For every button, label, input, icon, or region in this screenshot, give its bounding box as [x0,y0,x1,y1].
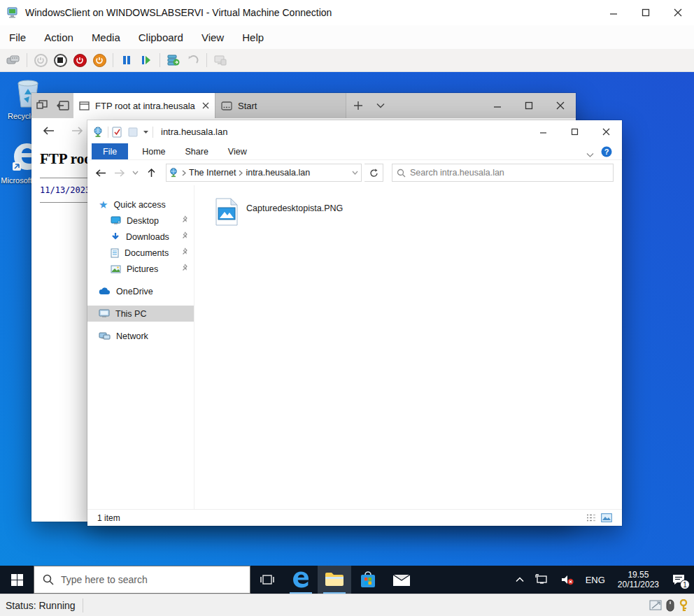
task-view-button[interactable] [250,566,284,594]
start-button[interactable] [0,566,34,594]
menu-help[interactable]: Help [233,25,273,49]
system-tray: ENG 19.5520/11/2023 1 [511,566,694,594]
turn-off-vm-icon[interactable] [51,51,69,69]
edge-close-button[interactable] [544,93,576,118]
back-icon[interactable] [43,126,55,136]
sidebar-item-onedrive[interactable]: OneDrive [87,283,194,299]
ribbon-tab-view[interactable]: View [218,143,257,159]
explorer-search-input[interactable] [410,168,609,178]
edge-maximize-button[interactable] [513,93,544,118]
fit-screen-icon [649,600,662,611]
ribbon-tab-share[interactable]: Share [176,143,218,159]
ftp-site-icon [169,168,179,178]
menu-action[interactable]: Action [35,25,83,49]
revert-icon[interactable] [184,51,202,69]
action-center-button[interactable]: 1 [667,566,690,594]
menu-clipboard[interactable]: Clipboard [129,25,192,49]
spacer [87,299,194,306]
item-count: 1 item [97,513,120,523]
start-vm-icon[interactable] [31,51,50,69]
address-breadcrumb[interactable]: The Internet intra.heusala.lan [166,164,362,182]
vm-maximize-button[interactable] [630,0,662,25]
toolbar-separator [113,53,113,67]
edge-tab-start[interactable]: Start [215,93,346,118]
properties-icon[interactable] [112,127,122,138]
pause-vm-icon[interactable] [118,51,136,69]
taskbar-edge-button[interactable] [284,566,318,594]
sidebar-item-network[interactable]: Network [87,328,194,344]
edge-tab-ftp-root[interactable]: FTP root at intra.heusala [73,93,215,118]
ctrl-alt-delete-icon[interactable] [4,51,22,69]
explorer-file-list: Capturedesktopista.PNG [194,185,622,509]
tab-close-icon[interactable] [202,102,209,109]
sidebar-item-this-pc[interactable]: This PC [87,306,194,322]
thumbnails-view-icon[interactable] [601,513,612,522]
ribbon-tab-file[interactable]: File [92,143,128,159]
store-icon [360,571,376,589]
forward-icon[interactable] [111,164,127,181]
toolbar-separator [206,53,207,67]
explorer-caption-buttons [527,120,622,143]
vm-status-icons [649,599,688,612]
refresh-icon[interactable] [364,164,383,182]
taskbar-explorer-button[interactable] [318,566,351,594]
sidebar-item-label: This PC [115,309,146,319]
back-icon[interactable] [93,164,108,181]
menu-file[interactable]: File [0,25,35,49]
tabs-set-aside-icon[interactable] [31,93,52,118]
edge-minimize-button[interactable] [481,93,513,118]
file-name: Capturedesktopista.PNG [246,203,343,213]
explorer-search-box[interactable] [392,164,614,182]
explorer-sidebar: ★ Quick access Desktop Downloads [87,185,194,509]
sidebar-item-desktop[interactable]: Desktop [87,213,194,229]
desktop-icon [111,216,121,225]
page-favicon-icon [79,101,90,110]
taskbar-mail-button[interactable] [385,566,418,594]
new-tab-icon[interactable] [346,93,370,118]
save-vm-icon[interactable] [90,51,108,69]
explorer-close-button[interactable] [590,120,622,143]
taskbar-search-input[interactable] [61,574,241,585]
menu-view[interactable]: View [192,25,233,49]
taskbar-search[interactable] [34,566,250,594]
qat-customize-chevron-icon[interactable] [143,130,149,134]
new-folder-icon[interactable] [128,127,138,138]
breadcrumb-current[interactable]: intra.heusala.lan [246,168,310,178]
spacer [87,277,194,283]
forward-icon[interactable] [71,126,83,136]
up-icon[interactable] [143,164,159,181]
sidebar-item-documents[interactable]: Documents [87,245,194,261]
tabs-previews-icon[interactable] [52,93,73,118]
recent-locations-chevron-icon[interactable] [129,164,141,181]
help-icon[interactable]: ? [601,146,612,160]
network-icon[interactable] [531,566,553,594]
vm-close-button[interactable] [662,0,694,25]
shut-down-vm-icon[interactable] [71,51,89,69]
language-indicator[interactable]: ENG [581,566,609,594]
details-view-icon[interactable] [586,513,597,522]
explorer-minimize-button[interactable] [527,120,559,143]
enhanced-session-icon[interactable] [211,51,229,69]
resume-vm-icon[interactable] [137,51,155,69]
checkpoint-icon[interactable] [164,51,183,69]
vm-minimize-button[interactable] [597,0,630,25]
sidebar-item-pictures[interactable]: Pictures [87,261,194,277]
ribbon-expand-chevron-icon[interactable] [586,148,594,161]
show-hidden-icons-chevron-icon[interactable] [511,566,528,594]
sidebar-item-quick-access[interactable]: ★ Quick access [87,196,194,213]
explorer-maximize-button[interactable] [559,120,590,143]
tab-list-chevron-icon[interactable] [370,93,391,118]
address-dropdown-chevron-icon[interactable] [352,171,358,175]
menu-media[interactable]: Media [83,25,129,49]
vm-titlebar: WindowsClient on WINDOWSLABSERVI - Virtu… [0,0,694,25]
clock[interactable]: 19.5520/11/2023 [612,566,665,594]
pin-icon [181,248,188,257]
tab-title: Start [238,101,340,111]
volume-muted-icon[interactable] [556,566,579,594]
taskbar-store-button[interactable] [351,566,385,594]
file-item[interactable]: Capturedesktopista.PNG [215,198,622,226]
breadcrumb-root[interactable]: The Internet [189,168,236,178]
tray-date: 20/11/2023 [618,580,659,589]
sidebar-item-downloads[interactable]: Downloads [87,229,194,245]
ribbon-tab-home[interactable]: Home [132,143,175,159]
